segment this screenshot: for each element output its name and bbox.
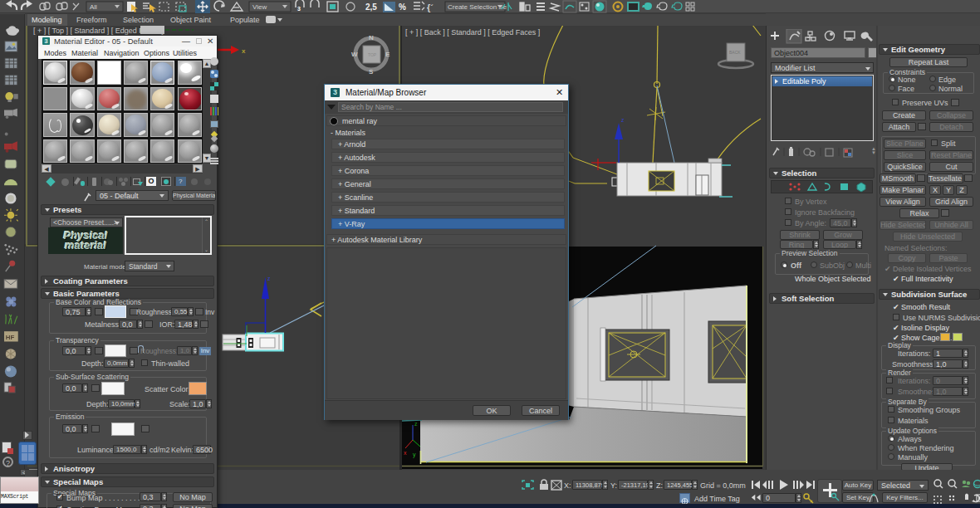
svg-text:BACK: BACK bbox=[729, 50, 741, 55]
svg-text:{´: {´ bbox=[427, 2, 434, 12]
svg-text:TOP: TOP bbox=[368, 52, 377, 57]
svg-text:All: All bbox=[90, 3, 97, 11]
svg-text:[ + ] [ Back ] [ Standard ] [: [ + ] [ Back ] [ Standard ] [ Edged Face… bbox=[405, 28, 540, 37]
svg-text:z: z bbox=[414, 421, 418, 427]
svg-text:3: 3 bbox=[297, 6, 301, 12]
svg-text:View: View bbox=[252, 3, 267, 11]
svg-text:%: % bbox=[399, 2, 406, 12]
svg-text:S: S bbox=[369, 68, 374, 76]
svg-text:z: z bbox=[621, 117, 625, 123]
svg-text:HF: HF bbox=[6, 334, 15, 341]
svg-text:Create Selection Se: Create Selection Se bbox=[448, 3, 507, 11]
svg-text:x: x bbox=[404, 450, 407, 456]
svg-text:W: W bbox=[351, 51, 358, 58]
svg-text:2,5: 2,5 bbox=[365, 2, 377, 12]
svg-text:z: z bbox=[267, 276, 271, 281]
svg-text:N: N bbox=[369, 34, 374, 42]
svg-text:E: E bbox=[385, 51, 390, 58]
svg-text:y: y bbox=[413, 452, 416, 458]
svg-text:x: x bbox=[242, 47, 246, 55]
